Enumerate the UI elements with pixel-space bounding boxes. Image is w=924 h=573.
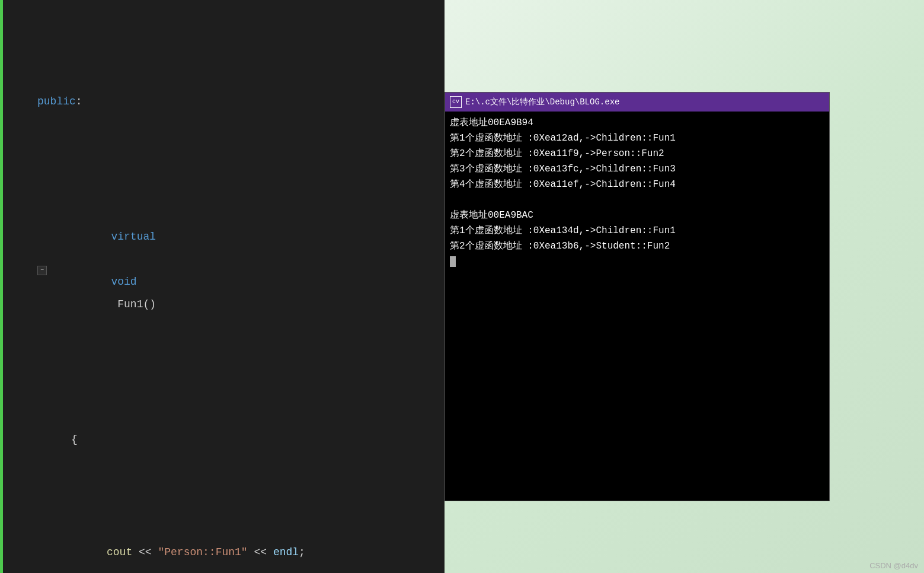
fold-button[interactable]: − [37,266,47,275]
terminal-content: 虚表地址00EA9B94 第1个虚函数地址 :0Xea12ad,->Childr… [445,112,829,501]
terminal-line: 第3个虚函数地址 :0Xea13fc,->Children::Fun3 [450,161,824,177]
terminal-line: 虚表地址00EA9BAC [450,208,824,223]
watermark: CSDN @d4dv [869,561,918,570]
watermark-text: CSDN @d4dv [869,561,918,570]
terminal-line [450,254,824,269]
code-line: − virtual void Fun1() [3,203,445,338]
code-line: cout << "Person::Fun1" << endl ; [3,541,445,564]
terminal-line: 第2个虚函数地址 :0Xea11f9,->Person::Fun2 [450,146,824,161]
terminal-title: E:\.c文件\比特作业\Debug\BLOG.exe [465,94,619,110]
terminal-line: 第1个虚函数地址 :0Xea12ad,->Children::Fun1 [450,130,824,146]
terminal-window: cv E:\.c文件\比特作业\Debug\BLOG.exe 虚表地址00EA9… [445,92,830,501]
code-editor: public: − virtual void Fun1() { cout << … [0,0,445,573]
terminal-app-icon: cv [450,96,462,108]
code-content: public: − virtual void Fun1() { cout << … [3,0,445,573]
terminal-line: 第2个虚函数地址 :0Xea13b6,->Student::Fun2 [450,238,824,254]
code-line: public: [3,90,445,113]
terminal-titlebar: cv E:\.c文件\比特作业\Debug\BLOG.exe [445,93,829,112]
terminal-line [450,192,824,208]
terminal-line: 虚表地址00EA9B94 [450,115,824,130]
terminal-line: 第4个虚函数地址 :0Xea11ef,->Children::Fun4 [450,177,824,192]
terminal-cursor [450,256,456,267]
code-line: { [3,428,445,451]
keyword: public [37,90,76,113]
terminal-line: 第1个虚函数地址 :0Xea134d,->Children::Fun1 [450,223,824,238]
